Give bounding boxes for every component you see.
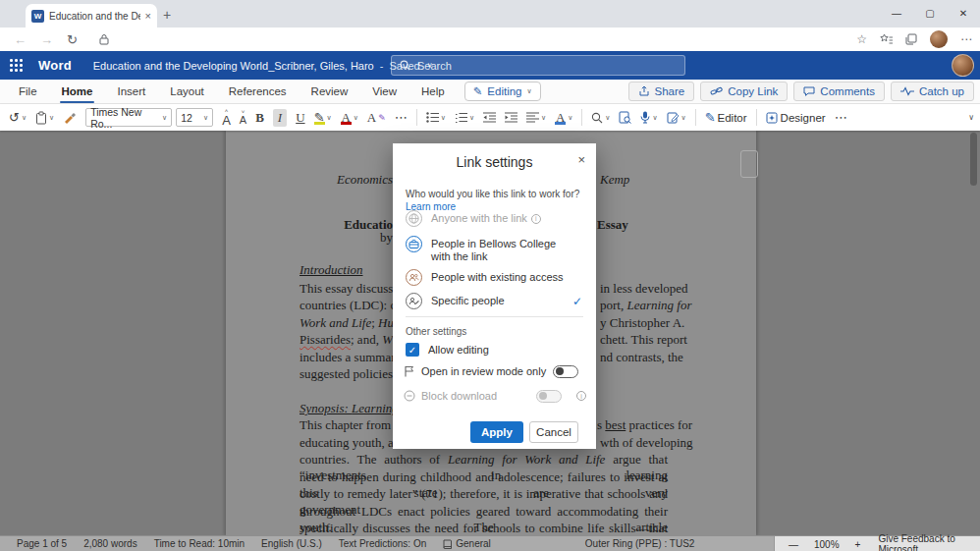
option-specific-people[interactable]: Specific people ✓ bbox=[406, 293, 584, 309]
app-launcher-icon[interactable] bbox=[10, 59, 23, 72]
tab-layout[interactable]: Layout bbox=[164, 80, 210, 103]
block-download-row: Block download i bbox=[404, 390, 497, 402]
back-icon[interactable]: ← bbox=[14, 32, 27, 47]
numbered-list-icon bbox=[455, 112, 467, 123]
highlight-button[interactable]: ✎∨ bbox=[314, 111, 332, 125]
sensitivity-label[interactable]: General bbox=[443, 538, 491, 549]
review-mode-toggle[interactable] bbox=[553, 365, 578, 378]
collections-icon[interactable] bbox=[905, 33, 917, 45]
paste-button[interactable]: ∨ bbox=[35, 111, 54, 125]
doc-line-fragment: includes a summary bbox=[299, 350, 402, 365]
word-count[interactable]: 2,080 words bbox=[83, 538, 136, 549]
option-people-in-organization[interactable]: People in Bellows College with the link bbox=[406, 236, 584, 262]
bullet-list-button[interactable]: ∨ bbox=[426, 112, 446, 123]
preview-button[interactable] bbox=[619, 111, 631, 124]
account-avatar[interactable] bbox=[952, 54, 974, 77]
info-icon: i bbox=[531, 214, 541, 224]
font-name-select[interactable]: Times New Ro...∨ bbox=[85, 108, 172, 127]
share-icon bbox=[638, 85, 650, 97]
favorites-bar-icon[interactable] bbox=[880, 33, 893, 45]
ribbon-tab-row: File Home Insert Layout References Revie… bbox=[0, 80, 980, 104]
browser-tab[interactable]: W Education and the Developing W × bbox=[26, 4, 157, 28]
highlight-color-swatch bbox=[314, 122, 325, 125]
bold-button[interactable]: B bbox=[255, 110, 264, 126]
tab-review[interactable]: Review bbox=[305, 80, 354, 103]
align-button[interactable]: ∨ bbox=[526, 112, 546, 123]
page-count[interactable]: Page 1 of 5 bbox=[17, 538, 67, 549]
language[interactable]: English (U.S.) bbox=[261, 538, 322, 549]
collapse-ribbon-icon[interactable]: ∨ bbox=[968, 113, 974, 122]
zoom-level[interactable]: 100% bbox=[814, 539, 840, 550]
tab-view[interactable]: View bbox=[366, 80, 403, 103]
dialog-close-icon[interactable]: × bbox=[577, 152, 585, 167]
pencil-icon: ✎ bbox=[473, 84, 483, 98]
review-mode-label: Open in review mode only bbox=[421, 365, 546, 377]
tab-insert[interactable]: Insert bbox=[111, 80, 151, 103]
minimize-button[interactable]: — bbox=[880, 0, 913, 26]
tab-close-icon[interactable]: × bbox=[145, 10, 151, 22]
new-tab-button[interactable]: + bbox=[163, 7, 171, 23]
browser-menu-icon[interactable]: ⋯ bbox=[960, 32, 972, 46]
allow-editing-label: Allow editing bbox=[428, 344, 489, 356]
font-size-select[interactable]: 12∨ bbox=[176, 108, 213, 127]
maximize-button[interactable]: ▢ bbox=[913, 0, 947, 26]
find-button[interactable]: ∨ bbox=[591, 112, 610, 124]
time-to-read[interactable]: Time to Read: 10min bbox=[154, 538, 245, 549]
chevron-down-icon: ∨ bbox=[469, 114, 474, 122]
numbered-list-button[interactable]: ∨ bbox=[455, 112, 474, 123]
more-font-options-button[interactable]: ⋯ bbox=[395, 110, 408, 125]
vertical-scrollbar[interactable] bbox=[970, 133, 977, 186]
underline-button[interactable]: U bbox=[296, 110, 304, 126]
chevron-down-icon: ∨ bbox=[568, 114, 572, 122]
feedback-link[interactable]: Give Feedback to Microsoft bbox=[878, 533, 980, 551]
search-input[interactable]: Search bbox=[391, 55, 685, 76]
styles-button[interactable]: A∨ bbox=[555, 111, 572, 125]
block-download-toggle bbox=[536, 390, 562, 403]
doc-line-fragment: Introduction bbox=[299, 262, 363, 278]
shrink-font-button[interactable]: ˅A bbox=[240, 109, 246, 126]
zoom-in-button[interactable]: + bbox=[855, 539, 861, 550]
browser-profile-avatar[interactable] bbox=[930, 30, 948, 48]
editor-button[interactable]: ✎Editor bbox=[705, 110, 747, 125]
tab-home[interactable]: Home bbox=[56, 80, 99, 103]
allow-editing-checkbox[interactable]: ✓ bbox=[406, 343, 419, 357]
dictate-button[interactable]: ∨ bbox=[640, 111, 657, 124]
grow-font-button[interactable]: ˄A bbox=[222, 108, 231, 127]
designer-button[interactable]: Designer bbox=[766, 112, 826, 124]
tab-file[interactable]: File bbox=[13, 80, 43, 103]
decrease-indent-button[interactable] bbox=[483, 112, 496, 123]
app-name[interactable]: Word bbox=[38, 58, 72, 73]
undo-button[interactable]: ↺∨ bbox=[9, 110, 27, 125]
toolbar-overflow-button[interactable]: ⋯ bbox=[835, 110, 847, 125]
italic-button[interactable]: I bbox=[273, 109, 287, 127]
specific-people-icon bbox=[406, 293, 422, 309]
favorite-star-icon[interactable]: ☆ bbox=[856, 32, 867, 46]
doc-text-segment: chett. This report bbox=[600, 332, 687, 347]
sensitivity-button[interactable]: ∨ bbox=[667, 112, 686, 124]
comments-button[interactable]: Comments bbox=[793, 82, 885, 101]
doc-line-fragment: Work and Life; Hun bbox=[299, 315, 400, 331]
share-button[interactable]: Share bbox=[628, 82, 695, 101]
text-predictions[interactable]: Text Predictions: On bbox=[339, 538, 426, 549]
option-existing-access[interactable]: People with existing access bbox=[406, 269, 584, 286]
close-button[interactable]: ✕ bbox=[947, 0, 980, 26]
increase-indent-button[interactable] bbox=[505, 112, 517, 123]
document-title[interactable]: Education and the Developing World_Scrib… bbox=[93, 60, 374, 72]
tab-help[interactable]: Help bbox=[415, 80, 451, 103]
doc-text-segment: wth of developing bbox=[600, 435, 693, 450]
catch-up-button[interactable]: Catch up bbox=[891, 82, 974, 101]
forward-icon[interactable]: → bbox=[40, 32, 53, 47]
zoom-out-button[interactable]: — bbox=[789, 539, 798, 550]
clear-formatting-button[interactable]: A✎ bbox=[367, 110, 386, 126]
format-painter-icon bbox=[63, 111, 77, 124]
font-color-button[interactable]: A∨ bbox=[341, 111, 358, 125]
editing-mode-button[interactable]: ✎ Editing ∨ bbox=[464, 82, 541, 101]
format-painter-button[interactable] bbox=[63, 111, 77, 124]
tab-references[interactable]: References bbox=[223, 80, 293, 103]
cancel-button[interactable]: Cancel bbox=[529, 421, 578, 443]
refresh-icon[interactable]: ↻ bbox=[67, 32, 78, 47]
copy-link-button[interactable]: Copy Link bbox=[700, 82, 788, 101]
chevron-down-icon: ∨ bbox=[652, 114, 657, 122]
allow-editing-row[interactable]: ✓ Allow editing bbox=[406, 343, 489, 357]
apply-button[interactable]: Apply bbox=[470, 421, 523, 443]
